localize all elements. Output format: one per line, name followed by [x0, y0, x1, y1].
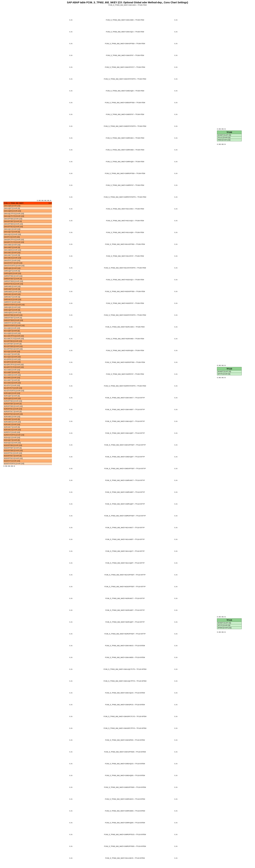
table-row: NGAAMCI [CHAR (10)]	[3, 376, 52, 379]
zero-n-label: 0..N	[69, 137, 76, 139]
zero-n-label: 0..N	[174, 609, 181, 611]
zero-n-label: 0..N	[174, 267, 181, 269]
relation-line: FC06_S_TF602_692_NKEY-GWAAMCS = TF115-SI…	[76, 645, 173, 647]
zero-n-label: 0..N	[69, 845, 76, 847]
box110-label-bottom: 0..N0..N0..N	[217, 377, 226, 378]
table-row: GWDAQDT [CHAR (3)]	[3, 309, 52, 311]
zero-n-label: 0..N	[174, 397, 181, 399]
relation-line: FC06_S_TF602_692_NKEY-NGDSTAT = TF100-IT…	[76, 302, 173, 304]
box115-label-bottom: 0..N0..N0..N	[217, 631, 226, 633]
box-tf110: TF110 MANDT [CLNT (3)]SITYP [CHAR (3)]	[217, 367, 242, 375]
zero-n-label: 0..N	[174, 834, 181, 835]
zero-n-label: 0..N	[174, 114, 181, 115]
zero-n-label: 0..N	[174, 786, 181, 788]
box-tf100: TF100 MANDT [CLNT (3)]ITCLG [CHAR (2)]IT…	[217, 130, 242, 141]
relation-line: FC06_S_TF602_692_NKEY-GWRAMDT = TF110-SI…	[76, 491, 173, 493]
zero-n-label: 0..N	[174, 574, 181, 576]
relation-line: FC06_S_TF602_692_NKEY-NGAAQDT = TF110-SI…	[76, 562, 173, 564]
zero-n-label: 0..N	[174, 491, 181, 493]
table-row: GWRAMCS [CHAR (10)]	[3, 298, 52, 301]
table-row: NGAAQCT [CHAR (3)]	[3, 353, 52, 355]
zero-n-label: 0..N	[69, 421, 76, 422]
table-row: GWADPCTCYS [CHAR (10)]	[3, 241, 52, 243]
box115-label-top: 0..N0..N0..N	[217, 616, 226, 618]
zero-n-label: 0..N	[174, 362, 181, 363]
relation-line: FC06_S_TF602_692_NKEY-NGRSTAT = TF100-IT…	[76, 373, 173, 375]
table-row: NGRAMDS [CHAR (10)]	[3, 421, 52, 423]
relation-line: FC06_S_TF602_692_NKEY-GWASTATCT = TF100-…	[76, 66, 173, 68]
table-row: GWAAMDS [CHAR (10)]	[3, 249, 52, 251]
relation-line: FC06_S_TF602_692_NKEY-NGRAQDT = TF110-SI…	[76, 621, 173, 623]
relation-line: FC06_S_TF602_692_NKEY-GWROFFSDT = TF110-…	[76, 515, 173, 517]
main-table-stack: 0..N0..N0..N0..N0..N FC06_S_TF602_692_NK…	[3, 199, 52, 467]
zero-n-label: 0..N	[69, 621, 76, 623]
relation-line: FC06_S_TF602_692_NKEY-GWRAQDI = TF100-IT…	[76, 161, 173, 162]
table-row: GWAAQCTCYS [CHAR (10)]	[3, 215, 52, 217]
zero-n-label: 0..N	[69, 810, 76, 812]
zero-n-label: 0..N	[69, 55, 76, 56]
table-row: NGDOFFSDI [CHAR (10)]	[3, 444, 52, 446]
relation-line: FC06_S_TF602_692_NKEY-GWAAMDT = TF110-SI…	[76, 409, 173, 410]
relation-line: FC06_S_TF602_692_NKEY-GWDOFFSDI = TF100-…	[76, 102, 173, 103]
zero-n-label: 0..N	[174, 19, 181, 21]
stack-header-text: FC06_S_TF602_692_NKEY	[4, 202, 24, 204]
table-row: NGDAQCS [CHAR (10)]	[3, 441, 52, 444]
zero-n-label: 0..N	[174, 66, 181, 68]
table-row: GWADPCTPYS [CHAR (10)]	[3, 238, 52, 241]
relation-line: FC06_S_TF602_692_NKEY-GWADPDS = TF115-SI…	[76, 739, 173, 741]
table-row: NGADPCTCYS [CHAR (10)]	[3, 366, 52, 368]
relation-line: FC06_S_TF602_692_NKEY-GWDSTATOFFS = TF10…	[76, 125, 173, 127]
zero-n-label: 0..N	[69, 468, 76, 469]
zero-n-label: 0..N	[69, 527, 76, 528]
relation-line: FC06_S_TF602_692_NKEY-NGAOFFSDI = TF100-…	[76, 243, 173, 245]
table-row: GWAAQDI [CHAR (10)]	[3, 204, 52, 207]
table-row: NGAAQCI [CHAR (10)]	[3, 350, 52, 353]
relation-line: FC06_S_TF602_692_NKEY-GWDAQCS = TF115-SI…	[76, 763, 173, 765]
relation-line: FC06_S_TF602_692_NKEY-NGDSTATOFFS = TF10…	[76, 314, 173, 316]
box-row: MANDT [CLNT (3)]	[217, 622, 242, 624]
relation-line: FC06_S_TF602_692_NKEY-GWAAQCT = TF110-SI…	[76, 421, 173, 422]
zero-n-label: 0..N	[174, 302, 181, 304]
relation-line: FC06_S_TF602_692_NKEY-GWADPCTCYS = TF115…	[76, 716, 173, 717]
table-row: NGROFFSCI [CHAR (10)]	[3, 407, 52, 410]
table-row: GWRAMCT [CHAR (3)]	[3, 296, 52, 298]
relation-line: FC06_S_TF602_692_NKEY-GWRAMCI = TF100-IT…	[76, 137, 173, 139]
zero-n-label: 0..N	[69, 739, 76, 741]
zero-n-label: 0..N	[69, 31, 76, 33]
stack-header: FC06_S_TF602_692_NKEY 0..N	[3, 202, 52, 204]
relation-line: FC06_S_TF602_692_NKEY-GWRAMCS = TF115-SI…	[76, 798, 173, 800]
relation-line: FC06_S_TF602_692_NKEY-GWAAQCTCTS = TF115…	[76, 669, 173, 670]
table-row: NGDOFFSDT [CHAR (3)]	[3, 446, 52, 449]
zero-n-label: 0..N	[174, 137, 181, 139]
relation-line: FC06_S_TF602_692_NKEY-GWADPCS = TF115-SI…	[76, 704, 173, 706]
table-row: GWASTATOFFS [CHAR (10)]	[3, 264, 52, 267]
table-row: GWRSTATOFFS [CHAR (10)]	[3, 303, 52, 306]
table-row: GWRAMDT [CHAR (3)]	[3, 288, 52, 290]
table-row: GWAAQCI [CHAR (10)]	[3, 228, 52, 230]
table-row: NGAAMDS [CHAR (10)]	[3, 374, 52, 376]
table-row: NGAOFFSCS [CHAR (10)]	[3, 347, 52, 350]
table-row: GWDAQDS [CHAR (10)]	[3, 311, 52, 314]
table-row: GWRAQDT [CHAR (3)]	[3, 270, 52, 272]
zero-n-label: 0..N	[69, 479, 76, 481]
zero-n-label: 0..N	[174, 621, 181, 623]
table-row: NGAAMDI [CHAR (10)]	[3, 368, 52, 371]
table-row: GWDSTAT [CHAR (10)]	[3, 321, 52, 324]
table-row: NGASTATCT [CHAR (10)]	[3, 386, 52, 389]
relation-line: FC06_S_TF602_692_NKEY-GWROFFSCS = TF115-…	[76, 834, 173, 835]
zero-n-label: 0..N	[69, 196, 76, 198]
box110-header: TF110	[217, 367, 242, 370]
table-row: GWAAQDS [CHAR (10)]	[3, 210, 52, 212]
table-row: GWAAMCS [CHAR (10)]	[3, 256, 52, 259]
relation-line: FC06_S_TF602_692_NKEY-NGAAQCI = TF100-IT…	[76, 220, 173, 221]
table-row: GWAAQCTPYS [CHAR (10)]	[3, 212, 52, 215]
relation-line: FC06_S_TF602_692_NKEY-NGDOFFSDT = TF110-…	[76, 586, 173, 587]
zero-n-label: 0..N	[174, 409, 181, 410]
relation-line: FC06_S_TF602_692_NKEY-GWRAMDI = TF100-IT…	[76, 149, 173, 151]
table-row: GWAPCS [CHAR (10)]	[3, 236, 52, 238]
relation-line: FC06_S_TF602_692_NKEY-GWDOFFSDT = TF110-…	[76, 468, 173, 469]
table-row: NGROFFSDS [CHAR (10)]	[3, 405, 52, 407]
zero-n-label: 0..N	[69, 102, 76, 103]
table-row: NGAAMCTCYS [CHAR (10)]	[3, 337, 52, 340]
relation-line: FC06_S_TF602_692_NKEY-NGRAAMCI = TF100-I…	[76, 326, 173, 328]
